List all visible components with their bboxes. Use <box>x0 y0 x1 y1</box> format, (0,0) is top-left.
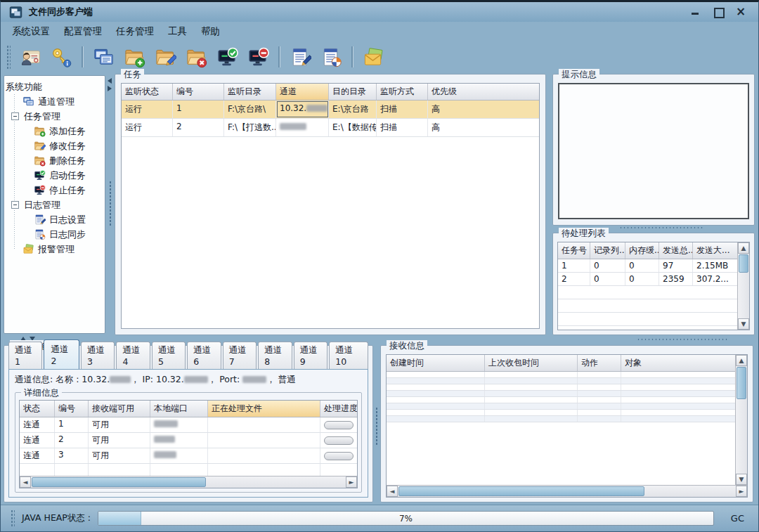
menu-item[interactable]: 帮助 <box>194 22 227 41</box>
vertical-scrollbar[interactable]: ▲ ▼ <box>735 355 747 485</box>
collapse-right-icon[interactable] <box>108 86 112 91</box>
channel-tab[interactable]: 通道2 <box>44 339 79 370</box>
channel-tab[interactable]: 通道3 <box>81 342 115 370</box>
horizontal-scrollbar[interactable]: ◄ ► <box>20 476 357 488</box>
channel-tab[interactable]: 通道8 <box>258 342 292 370</box>
key-button[interactable] <box>47 44 75 70</box>
splitter-collapse-arrows[interactable] <box>108 78 112 91</box>
collapse-left-icon[interactable] <box>108 78 112 84</box>
add-task-button[interactable] <box>120 44 148 70</box>
alarm-button[interactable] <box>359 44 387 70</box>
channel-tab[interactable]: 通道10 <box>329 342 368 370</box>
column-header[interactable]: 编号 <box>55 401 89 417</box>
column-header[interactable]: 处理进度 <box>320 401 357 417</box>
scrollbar-track[interactable] <box>207 476 346 488</box>
sidebar-item-log-settings[interactable]: 日志设置 <box>6 212 103 227</box>
table-row[interactable]: 连通 3 可用 <box>20 448 357 464</box>
table-row[interactable]: 连通 1 可用 <box>20 417 357 433</box>
scrollbar-track[interactable] <box>645 486 736 497</box>
tree-root[interactable]: 系统功能 <box>6 79 103 94</box>
scroll-up-icon[interactable]: ▲ <box>738 242 749 254</box>
scrollbar-track[interactable] <box>736 400 747 474</box>
sidebar-item-add-task[interactable]: 添加任务 <box>6 124 103 138</box>
scrollbar-thumb[interactable] <box>739 254 748 273</box>
sidebar-item-delete-task[interactable]: 删除任务 <box>6 153 103 168</box>
channel-tab[interactable]: 通道9 <box>294 342 327 370</box>
menu-item[interactable]: 工具 <box>161 22 194 41</box>
gc-button[interactable]: GC <box>727 512 748 525</box>
column-header[interactable]: 动作 <box>578 355 621 371</box>
vertical-scrollbar[interactable]: ▲ ▼ <box>737 242 749 330</box>
table-row[interactable]: 连通 2 可用 <box>20 433 357 448</box>
start-task-button[interactable] <box>213 44 241 70</box>
column-header[interactable]: 接收端可用 <box>89 401 150 417</box>
collapse-expander-icon[interactable] <box>11 201 19 209</box>
sidebar-item-channel-manage[interactable]: 通道管理 <box>6 94 103 109</box>
scroll-down-icon[interactable]: ▼ <box>736 474 747 485</box>
column-header[interactable]: 记录列... <box>590 242 625 259</box>
maximize-icon[interactable] <box>713 7 723 17</box>
close-icon[interactable]: × <box>736 7 746 17</box>
splitter-grip[interactable] <box>637 338 728 341</box>
delete-task-button[interactable] <box>182 44 210 70</box>
sidebar-item-edit-task[interactable]: 修改任务 <box>6 138 103 153</box>
cell-channel[interactable] <box>276 119 329 136</box>
column-header[interactable]: 监听目录 <box>224 84 276 100</box>
vertical-splitter[interactable] <box>107 75 114 334</box>
tip-message-area[interactable] <box>558 83 749 219</box>
column-header[interactable]: 本地端口 <box>150 401 208 417</box>
channel-tab[interactable]: 通道5 <box>152 342 186 370</box>
column-header[interactable]: 创建时间 <box>387 355 485 371</box>
column-header[interactable]: 内存缓... <box>625 242 659 259</box>
column-header[interactable]: 正在处理文件 <box>208 401 320 417</box>
channel-tab[interactable]: 通道6 <box>187 342 221 370</box>
column-header[interactable]: 优先级 <box>428 84 539 100</box>
column-header[interactable]: 通道 <box>276 84 329 100</box>
table-row[interactable]: 运行 1 F:\京台路\ 10.32. E:\京台路 扫描 高 <box>122 100 539 119</box>
table-row[interactable]: 运行 2 F:\【打逃数... E:\【数据传... 扫描 高 <box>122 119 539 137</box>
channel-manage-button[interactable] <box>89 44 117 70</box>
vertical-splitter[interactable] <box>374 345 379 502</box>
menu-item[interactable]: 任务管理 <box>109 22 161 41</box>
menu-item[interactable]: 配置管理 <box>57 22 109 41</box>
sidebar-item-task-manage[interactable]: 任务管理 <box>6 109 103 124</box>
stop-task-button[interactable] <box>244 44 272 70</box>
scroll-down-icon[interactable]: ▼ <box>738 318 749 330</box>
toolbar-grip[interactable] <box>6 45 11 69</box>
column-header[interactable]: 状态 <box>20 401 55 417</box>
sidebar-item-stop-task[interactable]: 停止任务 <box>6 183 103 197</box>
scrollbar-thumb[interactable] <box>32 477 206 487</box>
sidebar-item-log-manage[interactable]: 日志管理 <box>6 197 103 212</box>
column-header[interactable]: 监听状态 <box>122 84 173 100</box>
column-header[interactable]: 发送总... <box>659 242 693 259</box>
table-row[interactable]: 1 0 0 97 2.15MB <box>558 259 737 273</box>
column-header[interactable]: 任务号 <box>558 242 590 259</box>
sidebar-item-alarm-manage[interactable]: 报警管理 <box>6 242 103 257</box>
table-row[interactable]: 2 0 0 2359 307.2... <box>558 273 737 286</box>
horizontal-scrollbar[interactable]: ◄ ► <box>387 485 747 497</box>
scroll-up-icon[interactable]: ▲ <box>736 355 747 366</box>
minimize-icon[interactable] <box>691 7 701 17</box>
cell-channel[interactable]: 10.32. <box>276 100 329 118</box>
column-header[interactable]: 发送大... <box>693 242 737 259</box>
scroll-left-icon[interactable]: ◄ <box>20 476 31 488</box>
sidebar-item-log-sync[interactable]: 日志同步 <box>6 227 103 242</box>
column-header[interactable]: 目的目录 <box>329 84 377 100</box>
menu-item[interactable]: 系统设置 <box>5 22 57 41</box>
column-header[interactable]: 上次收包时间 <box>485 355 578 371</box>
scroll-right-icon[interactable]: ► <box>346 476 357 488</box>
splitter-grip[interactable] <box>375 407 378 446</box>
column-header[interactable]: 对象 <box>621 355 735 371</box>
splitter-grip[interactable] <box>109 181 112 226</box>
collapse-expander-icon[interactable] <box>11 112 19 120</box>
scroll-left-icon[interactable]: ◄ <box>387 486 398 497</box>
channel-tab[interactable]: 通道1 <box>8 342 42 370</box>
sidebar-item-start-task[interactable]: 启动任务 <box>6 168 103 183</box>
scrollbar-track[interactable] <box>738 273 749 318</box>
user-card-button[interactable] <box>16 44 44 70</box>
channel-tab[interactable]: 通道4 <box>116 342 150 370</box>
scrollbar-thumb[interactable] <box>398 486 644 496</box>
log-settings-button[interactable] <box>286 44 314 70</box>
edit-task-button[interactable] <box>151 44 179 70</box>
horizontal-splitter-grip[interactable] <box>619 226 703 230</box>
